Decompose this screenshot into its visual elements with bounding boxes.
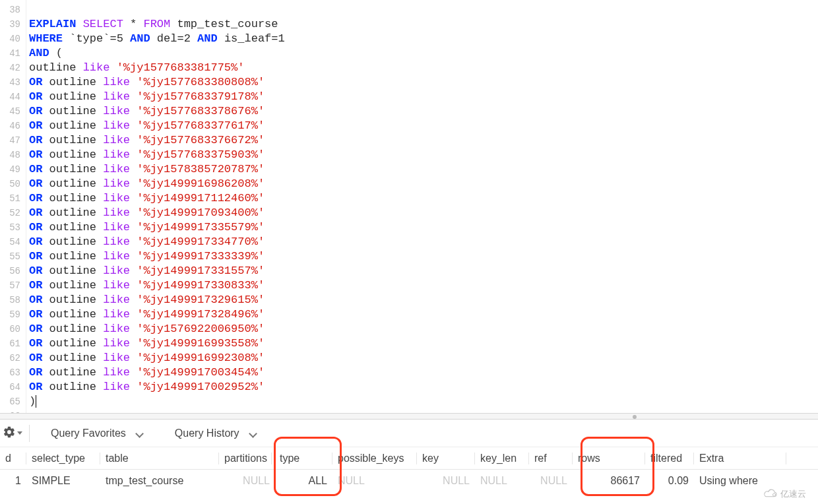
watermark-text: 亿速云 [780,488,806,500]
line-number: 64 [0,380,20,394]
sql-code-area[interactable]: EXPLAIN SELECT * FROM tmp_test_courseWHE… [26,0,285,413]
code-line[interactable]: ) [29,394,285,409]
cloud-icon [763,489,778,500]
col-select-type[interactable]: select_type [26,453,100,464]
code-line[interactable]: OR outline like '%jy1499917333339%' [29,249,285,264]
code-line[interactable]: EXPLAIN SELECT * FROM tmp_test_course [29,17,285,32]
code-line[interactable]: OR outline like '%jy1577683376672%' [29,133,285,148]
line-number: 63 [0,365,20,380]
code-line[interactable]: outline like '%jy1577683381775%' [29,61,285,75]
code-line[interactable]: OR outline like '%jy1576922006950%' [29,322,285,336]
chevron-down-icon [135,429,143,437]
cell-select-type: SIMPLE [26,475,100,487]
code-line[interactable]: OR outline like '%jy1577683377617%' [29,119,285,133]
cell-filtered: 0.09 [645,475,694,487]
line-number: 41 [0,46,20,61]
code-line[interactable]: WHERE `type`=5 AND del=2 AND is_leaf=1 [29,32,285,46]
code-line[interactable]: OR outline like '%jy1499917335579%' [29,220,285,235]
cell-d: 1 [0,475,26,487]
code-line[interactable]: OR outline like '%jy1499917331557%' [29,264,285,278]
line-number: 65 [0,394,20,409]
line-number: 51 [0,191,20,206]
line-number: 58 [0,293,20,307]
col-filtered[interactable]: filtered [645,453,694,464]
col-key[interactable]: key [417,453,475,464]
line-number: 61 [0,336,20,351]
col-type[interactable]: type [272,453,332,464]
col-key-len[interactable]: key_len [475,453,529,464]
code-line[interactable]: OR outline like '%jy1499917330833%' [29,278,285,293]
line-number-gutter: 3839404142434445464748495051525354555657… [0,0,26,413]
grid-header-row: d select_type table partitions type poss… [0,447,818,470]
code-line[interactable]: OR outline like '%jy1499917093400%' [29,206,285,220]
code-line[interactable]: OR outline like '%jy1499917112460%' [29,191,285,206]
code-line[interactable]: OR outline like '%jy1499916993558%' [29,336,285,351]
query-history-label: Query History [175,427,239,439]
line-number: 55 [0,249,20,264]
code-line[interactable]: OR outline like '%jy1499917334770%' [29,235,285,249]
line-number: 40 [0,32,20,46]
code-line[interactable]: AND ( [29,46,285,61]
watermark: 亿速云 [763,488,806,500]
cell-key: NULL [417,475,475,487]
col-partitions[interactable]: partitions [219,453,272,464]
separator [29,425,30,442]
cell-extra: Using where [694,475,786,487]
line-number: 43 [0,75,20,90]
cell-type: ALL [272,475,332,487]
col-d[interactable]: d [0,453,26,464]
panel-splitter[interactable] [0,413,818,420]
cell-partitions: NULL [219,475,272,487]
cell-possible-keys: NULL [332,475,417,487]
col-possible-keys[interactable]: possible_keys [332,453,417,464]
code-line[interactable]: OR outline like '%jy1499916992308%' [29,351,285,365]
col-extra[interactable]: Extra [694,453,786,464]
settings-button[interactable] [0,425,24,441]
explain-results-grid: d select_type table partitions type poss… [0,447,818,492]
code-line[interactable]: OR outline like '%jy1578385720787%' [29,162,285,177]
line-number: 38 [0,3,20,17]
line-number: 59 [0,307,20,322]
cell-table: tmp_test_course [100,475,219,487]
line-number: 53 [0,220,20,235]
code-line[interactable]: OR outline like '%jy1499917329615%' [29,293,285,307]
line-number: 56 [0,264,20,278]
line-number: 45 [0,104,20,119]
line-number: 46 [0,119,20,133]
line-number: 39 [0,17,20,32]
line-number: 44 [0,90,20,104]
cell-ref: NULL [529,475,573,487]
code-line[interactable]: OR outline like '%jy1499917002952%' [29,380,285,394]
table-row[interactable]: 1 SIMPLE tmp_test_course NULL ALL NULL N… [0,470,818,492]
query-favorites-button[interactable]: Query Favorites [35,427,159,439]
code-line[interactable]: OR outline like '%jy1499917328496%' [29,307,285,322]
code-line[interactable]: OR outline like '%jy1499916986208%' [29,177,285,191]
line-number: 57 [0,278,20,293]
code-line[interactable] [29,3,285,17]
line-number: 47 [0,133,20,148]
line-number: 62 [0,351,20,365]
code-line[interactable]: OR outline like '%jy1577683375903%' [29,148,285,162]
query-history-button[interactable]: Query History [159,427,272,439]
line-number: 48 [0,148,20,162]
col-rows[interactable]: rows [573,453,645,464]
code-line[interactable]: OR outline like '%jy1577683379178%' [29,90,285,104]
line-number: 42 [0,61,20,75]
col-ref[interactable]: ref [529,453,573,464]
col-table[interactable]: table [100,453,219,464]
chevron-down-icon [249,429,257,437]
line-number: 60 [0,322,20,336]
caret-down-icon [17,431,22,435]
cell-key-len: NULL [475,475,529,487]
code-line[interactable]: OR outline like '%jy1499917003454%' [29,365,285,380]
sql-editor[interactable]: 3839404142434445464748495051525354555657… [0,0,818,413]
line-number: 50 [0,177,20,191]
query-favorites-label: Query Favorites [51,427,126,439]
line-number: 52 [0,206,20,220]
code-line[interactable]: OR outline like '%jy1577683378676%' [29,104,285,119]
code-line[interactable]: OR outline like '%jy1577683380808%' [29,75,285,90]
line-number: 49 [0,162,20,177]
gear-icon [3,425,16,441]
splitter-handle-icon [633,415,637,419]
svg-point-0 [772,493,775,496]
